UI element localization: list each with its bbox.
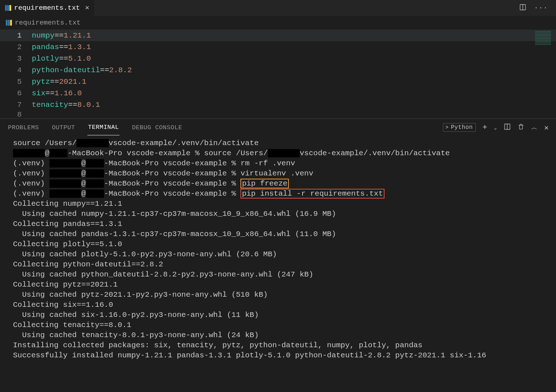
tab-output[interactable]: OUTPUT: [51, 120, 76, 135]
line-number: 2: [0, 43, 32, 51]
tab-debug-console[interactable]: DEBUG CONSOLE: [131, 120, 183, 135]
pip-file-icon: [5, 5, 11, 11]
pip-file-icon: [6, 20, 12, 26]
line-number: 1: [0, 31, 32, 40]
editor-line[interactable]: 2pandas==1.3.1: [0, 41, 556, 53]
editor-line[interactable]: 8: [0, 110, 556, 115]
bottom-panel: PROBLEMS OUTPUT TERMINAL DEBUG CONSOLE >…: [0, 118, 556, 392]
editor-line[interactable]: 1numpy==1.21.1: [0, 30, 556, 41]
editor-line[interactable]: 7tenacity==8.0.1: [0, 99, 556, 110]
tab-bar-actions: ···: [519, 4, 556, 13]
line-number: 4: [0, 66, 32, 74]
tab-filename: requirements.txt: [14, 4, 80, 12]
close-tab-icon[interactable]: ×: [85, 4, 89, 12]
minimap[interactable]: [535, 31, 551, 45]
editor-line[interactable]: 3plotly==5.1.0: [0, 53, 556, 64]
maximize-panel-icon[interactable]: ︿: [531, 123, 538, 132]
tab-terminal[interactable]: TERMINAL: [87, 119, 120, 135]
editor[interactable]: 1numpy==1.21.12pandas==1.3.13plotly==5.1…: [0, 28, 556, 118]
terminal[interactable]: source /Users/XXXXXXXvscode-example/.ven…: [0, 136, 556, 392]
terminal-profile-select[interactable]: > Python: [443, 123, 476, 132]
editor-line[interactable]: 6six==1.16.0: [0, 87, 556, 99]
terminal-dropdown-icon[interactable]: ⌄: [494, 125, 497, 131]
tab-problems[interactable]: PROBLEMS: [7, 120, 40, 135]
tab-bar: requirements.txt × ···: [0, 0, 556, 16]
panel-toolbar: > Python + ⌄ ︿ ✕: [443, 123, 549, 132]
terminal-profile-label: Python: [451, 124, 473, 131]
split-editor-icon[interactable]: [519, 4, 526, 13]
more-actions-icon[interactable]: ···: [534, 4, 548, 12]
split-terminal-icon[interactable]: [504, 123, 511, 132]
breadcrumb-filename: requirements.txt: [15, 19, 81, 27]
caret-icon: >: [446, 125, 449, 130]
editor-tab[interactable]: requirements.txt ×: [0, 0, 95, 16]
close-panel-icon[interactable]: ✕: [544, 123, 549, 132]
editor-line[interactable]: 4python-dateutil==2.8.2: [0, 64, 556, 76]
panel-tab-bar: PROBLEMS OUTPUT TERMINAL DEBUG CONSOLE >…: [0, 119, 556, 136]
line-number: 6: [0, 89, 32, 97]
trash-icon[interactable]: [517, 123, 525, 132]
line-number: 3: [0, 55, 32, 63]
breadcrumb[interactable]: requirements.txt: [0, 16, 556, 28]
line-number: 5: [0, 78, 32, 86]
line-number: 7: [0, 101, 32, 109]
editor-line[interactable]: 5pytz==2021.1: [0, 76, 556, 87]
new-terminal-icon[interactable]: +: [482, 123, 487, 132]
